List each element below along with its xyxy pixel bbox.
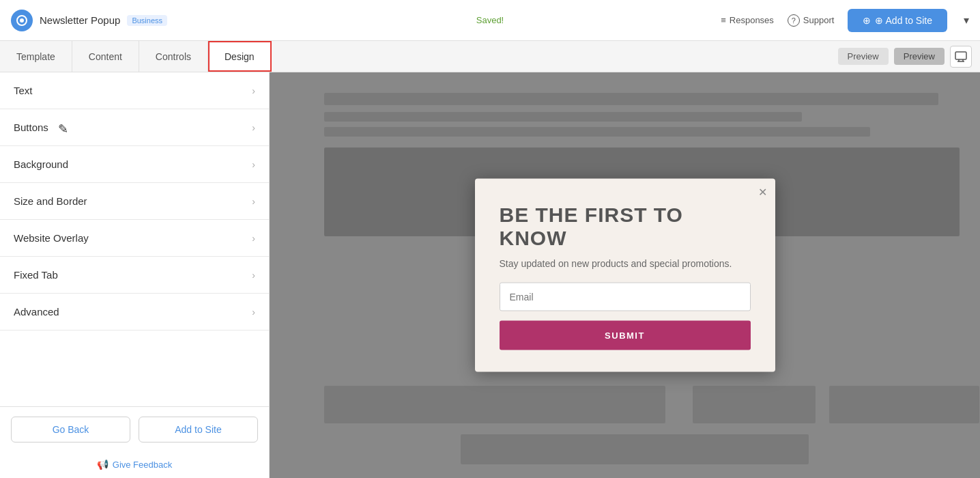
top-bar: Newsletter Popup Business Saved! ≡ Respo… xyxy=(0,0,980,41)
svg-point-1 xyxy=(20,18,24,23)
popup-modal: ✕ BE THE FIRST TO KNOW Stay updated on n… xyxy=(475,179,775,372)
add-to-site-label: ⊕ Add to Site xyxy=(875,15,932,26)
preview-button-2[interactable]: Preview xyxy=(894,48,945,65)
sidebar-item-background[interactable]: Background › xyxy=(0,146,269,183)
sidebar-footer: Go Back Add to Site xyxy=(0,406,269,452)
popup-content: BE THE FIRST TO KNOW Stay updated on new… xyxy=(475,179,775,372)
sidebar-item-website-overlay[interactable]: Website Overlay › xyxy=(0,220,269,257)
canvas-area: ✕ BE THE FIRST TO KNOW Stay updated on n… xyxy=(270,72,980,478)
tab-controls[interactable]: Controls xyxy=(139,41,208,72)
popup-subtitle: Stay updated on new products and special… xyxy=(500,258,751,269)
support-label: Support xyxy=(803,15,835,25)
tab-template[interactable]: Template xyxy=(0,41,72,72)
sidebar-item-buttons-label: Buttons xyxy=(14,122,48,133)
go-back-button[interactable]: Go Back xyxy=(11,417,130,442)
cursor-icon: ✎ xyxy=(58,122,68,137)
device-toggle[interactable] xyxy=(950,46,972,68)
business-badge: Business xyxy=(127,15,167,26)
sidebar-item-text-label: Text xyxy=(14,85,33,96)
sidebar-item-background-label: Background xyxy=(14,158,68,170)
sidebar-item-buttons[interactable]: Buttons › ✎ xyxy=(0,109,269,146)
sidebar-items: Text › Buttons › ✎ Background › Size and… xyxy=(0,72,269,406)
sidebar-item-advanced-label: Advanced xyxy=(14,306,59,318)
deco-block-5 xyxy=(461,434,809,464)
support-icon: ? xyxy=(788,14,800,27)
chevron-right-icon: › xyxy=(252,85,255,96)
deco-bar-3 xyxy=(324,127,870,137)
popup-close-button[interactable]: ✕ xyxy=(758,186,767,199)
logo-area: Newsletter Popup Business xyxy=(11,10,167,31)
sidebar-item-website-overlay-label: Website Overlay xyxy=(14,232,89,244)
logo-icon xyxy=(11,10,33,31)
sidebar-item-size-border-label: Size and Border xyxy=(14,195,87,207)
chevron-right-icon: › xyxy=(252,233,255,244)
sub-nav-right: Preview Preview xyxy=(838,46,981,68)
feedback-row[interactable]: 📢 Give Feedback xyxy=(0,452,269,478)
svg-rect-2 xyxy=(955,52,966,59)
app-title: Newsletter Popup xyxy=(40,14,120,26)
sidebar: Text › Buttons › ✎ Background › Size and… xyxy=(0,72,270,478)
top-bar-right: ≡ Responses ? Support ⊕ ⊕ Add to Site ▾ xyxy=(721,9,969,32)
add-to-site-footer-button[interactable]: Add to Site xyxy=(139,417,258,442)
sidebar-item-advanced[interactable]: Advanced › xyxy=(0,294,269,331)
support-button[interactable]: ? Support xyxy=(788,14,835,27)
deco-bar-2 xyxy=(324,112,802,122)
popup-submit-button[interactable]: SUBMIT xyxy=(500,321,751,350)
responses-icon: ≡ xyxy=(721,15,726,25)
deco-block-4 xyxy=(829,386,979,423)
dropdown-chevron-button[interactable]: ▾ xyxy=(964,14,969,27)
saved-status: Saved! xyxy=(476,15,504,25)
sidebar-item-size-border[interactable]: Size and Border › xyxy=(0,183,269,220)
deco-block-2 xyxy=(324,386,665,423)
deco-bar-1 xyxy=(324,93,938,105)
chevron-right-icon: › xyxy=(252,159,255,170)
sidebar-item-fixed-tab-label: Fixed Tab xyxy=(14,269,58,281)
popup-email-input[interactable] xyxy=(500,283,751,311)
chevron-right-icon: › xyxy=(252,196,255,207)
chevron-right-icon: › xyxy=(252,270,255,281)
responses-label: Responses xyxy=(730,15,774,25)
megaphone-icon: 📢 xyxy=(97,459,109,470)
tab-design[interactable]: Design xyxy=(208,41,272,72)
chevron-right-icon: › xyxy=(252,122,255,133)
popup-title: BE THE FIRST TO KNOW xyxy=(500,203,751,250)
sidebar-item-fixed-tab[interactable]: Fixed Tab › xyxy=(0,257,269,294)
responses-button[interactable]: ≡ Responses xyxy=(721,15,774,25)
tab-content[interactable]: Content xyxy=(72,41,139,72)
preview-button[interactable]: Preview xyxy=(838,48,889,65)
chevron-right-icon: › xyxy=(252,307,255,318)
sub-nav: Template Content Controls Design Preview… xyxy=(0,41,980,72)
add-to-site-icon: ⊕ xyxy=(863,15,871,26)
feedback-label: Give Feedback xyxy=(113,460,172,470)
deco-block-3 xyxy=(693,386,816,423)
add-to-site-button[interactable]: ⊕ ⊕ Add to Site xyxy=(848,9,947,32)
sidebar-item-text[interactable]: Text › xyxy=(0,72,269,109)
main-layout: Text › Buttons › ✎ Background › Size and… xyxy=(0,72,980,478)
